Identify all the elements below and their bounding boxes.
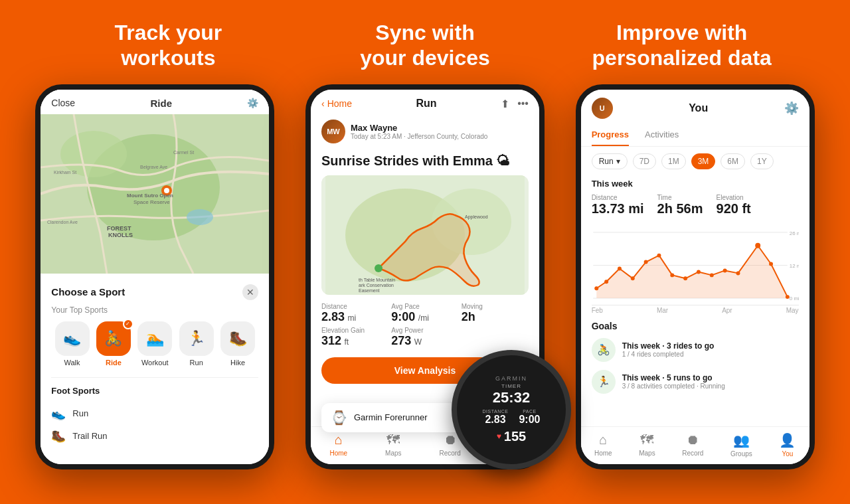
groups3-icon: 👥 bbox=[733, 432, 750, 448]
svg-point-36 bbox=[736, 271, 740, 275]
watch-face: GARMIN TIMER 25:32 DISTANCE 2.83 PACE 9:… bbox=[452, 350, 571, 469]
run-icons: ⬆ ••• bbox=[501, 98, 529, 110]
svg-text:26 mi: 26 mi bbox=[789, 230, 798, 236]
week-distance: Distance 13.73 mi bbox=[592, 194, 644, 216]
user-meta: Today at 5:23 AM · Jefferson County, Col… bbox=[351, 133, 529, 140]
user-name: Max Wayne bbox=[351, 123, 529, 133]
sport-chooser-header: Choose a Sport ✕ bbox=[51, 284, 258, 300]
workout-label: Workout bbox=[141, 359, 169, 367]
svg-point-31 bbox=[670, 273, 674, 277]
goal-runs: 🏃 This week · 5 runs to go 3 / 8 activit… bbox=[592, 370, 799, 394]
hike-label: Hike bbox=[230, 359, 245, 367]
svg-point-33 bbox=[697, 270, 701, 274]
tab-activities[interactable]: Activities bbox=[645, 124, 679, 146]
filter-7d[interactable]: 7D bbox=[633, 153, 656, 169]
svg-point-29 bbox=[643, 260, 647, 264]
header-section-track: Track your workouts bbox=[40, 20, 297, 71]
foot-trail-icon: 🥾 bbox=[51, 429, 66, 444]
watch-heart-value: 155 bbox=[504, 429, 526, 444]
maps3-icon: 🗺 bbox=[640, 432, 653, 448]
foot-sport-run[interactable]: 👟 Run bbox=[51, 402, 258, 425]
watch-stats-row: DISTANCE 2.83 PACE 9:00 bbox=[483, 409, 541, 426]
run-icon: 🏃 bbox=[179, 321, 214, 356]
goal-run-icon: 🏃 bbox=[592, 370, 616, 394]
svg-text:Applewood: Applewood bbox=[465, 214, 488, 220]
settings-icon[interactable]: ⚙️ bbox=[247, 98, 258, 108]
chart-x-labels: Feb Mar Apr May bbox=[581, 305, 809, 314]
goal-ride-subtitle: 1 / 4 rides completed bbox=[622, 351, 799, 358]
svg-text:ark Conservation: ark Conservation bbox=[359, 283, 394, 288]
nav3-groups-label: Groups bbox=[730, 450, 752, 458]
foot-sport-trail[interactable]: 🥾 Trail Run bbox=[51, 425, 258, 448]
activity-filter[interactable]: Run ▾ bbox=[592, 153, 628, 169]
svg-point-28 bbox=[630, 276, 634, 280]
settings-icon[interactable]: ⚙️ bbox=[784, 101, 799, 116]
svg-text:12 mi: 12 mi bbox=[789, 263, 798, 269]
garmin-device-name: Garmin Forerunner bbox=[354, 412, 428, 422]
stat-elevation: Elevation Gain 312 ft bbox=[321, 327, 388, 348]
foot-sports-section: Foot Sports 👟 Run 🥾 Trail Run bbox=[51, 377, 258, 448]
headline-improve: Improve with personalized data bbox=[553, 20, 810, 71]
svg-text:Easement: Easement bbox=[359, 288, 380, 293]
headline-sync: Sync with your devices bbox=[297, 20, 554, 71]
svg-point-35 bbox=[722, 268, 726, 272]
watch-brand: GARMIN bbox=[495, 375, 527, 382]
stat-moving: Moving 2h bbox=[462, 303, 529, 324]
nav3-record[interactable]: ⏺ Record bbox=[682, 432, 703, 458]
nav3-maps[interactable]: 🗺 Maps bbox=[639, 432, 655, 458]
nav3-home[interactable]: ⌂ Home bbox=[594, 432, 612, 458]
sport-hike[interactable]: 🥾 Hike bbox=[220, 321, 255, 367]
close-button[interactable]: ✕ bbox=[242, 284, 258, 300]
svg-text:Mount Sutro Open: Mount Sutro Open bbox=[127, 193, 173, 199]
sport-ride[interactable]: 🚴 ✓ Ride bbox=[96, 321, 131, 367]
foot-run-label: Run bbox=[72, 408, 88, 418]
svg-text:Clarendon Ave: Clarendon Ave bbox=[47, 220, 78, 224]
filter-1y[interactable]: 1Y bbox=[750, 153, 774, 169]
x-label-mar: Mar bbox=[657, 307, 668, 314]
nav3-you[interactable]: 👤 You bbox=[779, 432, 796, 458]
top-sports-label: Your Top Sports bbox=[51, 305, 258, 315]
nav-maps[interactable]: 🗺 Maps bbox=[385, 432, 401, 458]
sport-walk[interactable]: 👟 Walk bbox=[55, 321, 90, 367]
user3-initials: U bbox=[600, 104, 605, 112]
nav-home[interactable]: ⌂ Home bbox=[329, 432, 347, 458]
phone3-topbar: U You ⚙️ bbox=[581, 90, 809, 124]
nav-maps-label: Maps bbox=[385, 450, 401, 457]
phone-track: Close Ride ⚙️ bbox=[35, 84, 274, 469]
sport-run[interactable]: 🏃 Run bbox=[179, 321, 214, 367]
phone3-bottom-nav: ⌂ Home 🗺 Maps ⏺ Record 👥 Groups 👤 Y bbox=[581, 426, 809, 464]
watch-pace-value: 9:00 bbox=[519, 414, 540, 426]
svg-text:Kirkham St: Kirkham St bbox=[54, 170, 76, 175]
hike-icon: 🥾 bbox=[220, 321, 255, 356]
phone1-title: Ride bbox=[150, 98, 172, 109]
user3-avatar: U bbox=[592, 98, 613, 119]
week-time: Time 2h 56m bbox=[657, 194, 703, 216]
walk-label: Walk bbox=[64, 359, 80, 367]
back-button[interactable]: ‹ Home bbox=[321, 98, 352, 109]
nav3-you-label: You bbox=[782, 450, 793, 458]
tab-progress[interactable]: Progress bbox=[592, 124, 629, 146]
sport-workout[interactable]: 🏊 Workout bbox=[137, 321, 172, 367]
svg-text:Space Reserve: Space Reserve bbox=[133, 199, 170, 205]
chooser-title: Choose a Sport bbox=[51, 286, 125, 297]
stat-distance: Distance 2.83 mi bbox=[321, 303, 388, 324]
filter-1m[interactable]: 1M bbox=[661, 153, 686, 169]
run-title: Run bbox=[416, 98, 437, 110]
week-elevation: Elevation 920 ft bbox=[717, 194, 751, 216]
close-label[interactable]: Close bbox=[51, 98, 75, 108]
share-icon[interactable]: ⬆ bbox=[501, 98, 509, 110]
phones-row: Close Ride ⚙️ bbox=[0, 84, 850, 504]
walk-icon: 👟 bbox=[55, 321, 90, 356]
more-icon[interactable]: ••• bbox=[517, 98, 529, 110]
run-label: Run bbox=[190, 359, 203, 367]
watch-timer-label: TIMER bbox=[501, 383, 521, 389]
run-map: th Table Mountain ark Conservation Easem… bbox=[321, 175, 529, 295]
run-stats-grid: Distance 2.83 mi Avg Pace 9:00 /mi Movin… bbox=[311, 295, 539, 351]
filter-3m[interactable]: 3M bbox=[691, 153, 716, 169]
svg-point-30 bbox=[657, 253, 661, 257]
this-week-section: This week Distance 13.73 mi Time 2h 56m … bbox=[581, 176, 809, 226]
filter-6m[interactable]: 6M bbox=[721, 153, 745, 169]
user-avatar: MW 🔥 bbox=[321, 120, 345, 143]
nav3-groups[interactable]: 👥 Groups bbox=[730, 432, 752, 458]
svg-point-32 bbox=[683, 276, 687, 280]
